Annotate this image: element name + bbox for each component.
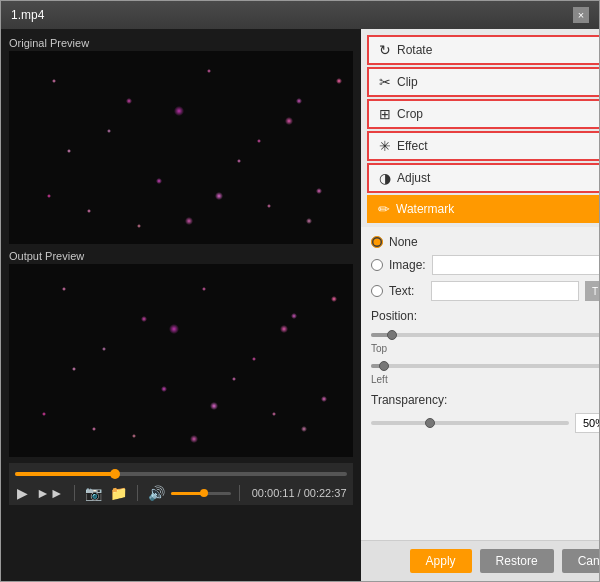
play-button[interactable]: ▶ xyxy=(15,486,30,500)
position-label: Position: xyxy=(371,309,599,323)
text-input[interactable] xyxy=(431,281,579,301)
top-bottom-thumb[interactable] xyxy=(387,330,397,340)
separator-2 xyxy=(137,485,138,501)
progress-bar-fill xyxy=(15,472,115,476)
top-label: Top xyxy=(371,343,387,354)
adjust-label: Adjust xyxy=(397,171,430,185)
trans-input-wrap: ▼ xyxy=(575,413,599,433)
rotate-label: Rotate xyxy=(397,43,432,57)
effect-icon: ✳ xyxy=(379,138,391,154)
text-style-button[interactable]: T xyxy=(585,281,599,301)
rotate-icon: ↻ xyxy=(379,42,391,58)
left-right-slider-track[interactable] xyxy=(371,364,599,368)
progress-bar-track[interactable] xyxy=(15,472,347,476)
original-label: Original Preview xyxy=(9,37,353,49)
watermark-panel: None Image: 📄 Text: T ▣ Position: xyxy=(361,227,599,540)
volume-button[interactable]: 🔊 xyxy=(146,486,167,500)
time-display: 00:00:11 / 00:22:37 xyxy=(252,487,347,499)
close-button[interactable]: × xyxy=(573,7,589,23)
none-radio[interactable] xyxy=(371,236,383,248)
snapshot-button[interactable]: 📷 xyxy=(83,486,104,500)
image-row: Image: 📄 xyxy=(371,255,599,275)
main-window: 1.mp4 × Original Preview Output Preview xyxy=(0,0,600,582)
separator-3 xyxy=(239,485,240,501)
crop-icon: ⊞ xyxy=(379,106,391,122)
left-right-thumb[interactable] xyxy=(379,361,389,371)
original-preview-section: Original Preview xyxy=(9,37,353,244)
watermark-label: Watermark xyxy=(396,202,454,216)
restore-button[interactable]: Restore xyxy=(480,549,554,573)
none-label: None xyxy=(389,235,425,249)
rotate-button[interactable]: ↻ Rotate xyxy=(367,35,599,65)
transparency-row: ▼ xyxy=(371,413,599,433)
image-input[interactable] xyxy=(432,255,599,275)
clip-label: Clip xyxy=(397,75,418,89)
output-preview-section: Output Preview xyxy=(9,250,353,457)
fast-forward-button[interactable]: ►► xyxy=(34,486,66,500)
right-panel: ↻ Rotate ✂ Clip ⊞ Crop ✳ Effect ◑ xyxy=(361,29,599,581)
progress-bar-container[interactable] xyxy=(15,467,347,481)
top-bottom-slider-track[interactable] xyxy=(371,333,599,337)
crop-button[interactable]: ⊞ Crop xyxy=(367,99,599,129)
none-row: None xyxy=(371,235,599,249)
tool-buttons: ↻ Rotate ✂ Clip ⊞ Crop ✳ Effect ◑ xyxy=(361,29,599,227)
transparency-slider[interactable] xyxy=(371,421,569,425)
crop-label: Crop xyxy=(397,107,423,121)
cancel-button[interactable]: Cancel xyxy=(562,549,599,573)
text-label: Text: xyxy=(389,284,425,298)
progress-thumb[interactable] xyxy=(110,469,120,479)
title-bar: 1.mp4 × xyxy=(1,1,599,29)
image-label: Image: xyxy=(389,258,426,272)
watermark-icon: ✏ xyxy=(378,201,390,217)
separator-1 xyxy=(74,485,75,501)
volume-thumb[interactable] xyxy=(200,489,208,497)
folder-button[interactable]: 📁 xyxy=(108,486,129,500)
output-label: Output Preview xyxy=(9,250,353,262)
clip-button[interactable]: ✂ Clip xyxy=(367,67,599,97)
output-preview-video xyxy=(9,264,353,457)
watermark-button[interactable]: ✏ Watermark xyxy=(367,195,599,223)
window-title: 1.mp4 xyxy=(11,8,44,22)
left-right-slider-container: Left Right xyxy=(371,360,599,385)
adjust-icon: ◑ xyxy=(379,170,391,186)
controls-area: ▶ ►► 📷 📁 🔊 00:00:11 / 00:22:37 xyxy=(9,463,353,505)
text-radio[interactable] xyxy=(371,285,383,297)
adjust-button[interactable]: ◑ Adjust xyxy=(367,163,599,193)
effect-button[interactable]: ✳ Effect xyxy=(367,131,599,161)
image-radio[interactable] xyxy=(371,259,383,271)
left-label: Left xyxy=(371,374,388,385)
original-preview-video xyxy=(9,51,353,244)
volume-slider[interactable] xyxy=(171,492,231,495)
top-bottom-slider-container: Top Bottom xyxy=(371,329,599,354)
footer: Apply Restore Cancel xyxy=(361,540,599,581)
apply-button[interactable]: Apply xyxy=(410,549,472,573)
transparency-label: Transparency: xyxy=(371,393,599,407)
transparency-thumb[interactable] xyxy=(425,418,435,428)
top-bottom-labels: Top Bottom xyxy=(371,343,599,354)
left-panel: Original Preview Output Preview ▶ ►► xyxy=(1,29,361,581)
transparency-input[interactable] xyxy=(575,413,599,433)
effect-label: Effect xyxy=(397,139,427,153)
left-right-labels: Left Right xyxy=(371,374,599,385)
clip-icon: ✂ xyxy=(379,74,391,90)
playback-controls: ▶ ►► 📷 📁 🔊 00:00:11 / 00:22:37 xyxy=(15,485,347,501)
text-row: Text: T ▣ xyxy=(371,281,599,301)
main-content: Original Preview Output Preview ▶ ►► xyxy=(1,29,599,581)
